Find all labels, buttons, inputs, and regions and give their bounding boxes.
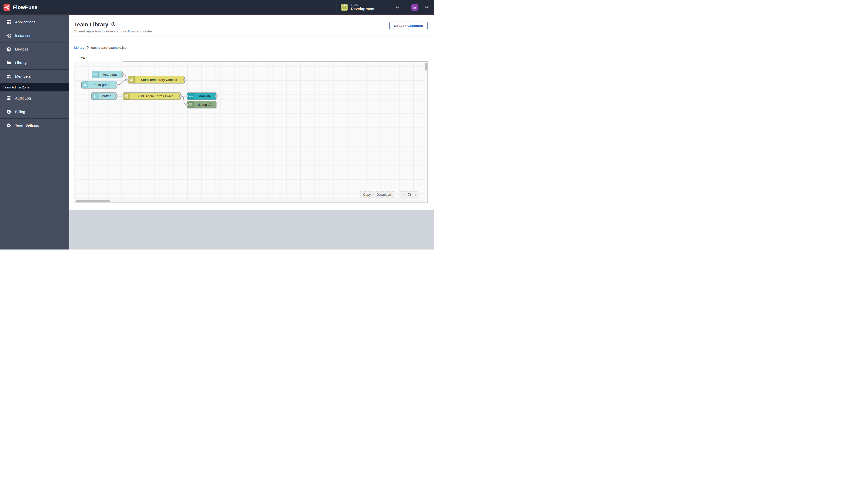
- breadcrumb-current-file: dashboard-example.json: [91, 46, 128, 49]
- team-settings-icon: [6, 123, 11, 128]
- app-root: FlowFuse TEAM: Development jp: [0, 0, 434, 250]
- canvas-vertical-scrollbar[interactable]: [424, 62, 427, 199]
- team-label: TEAM:: [351, 3, 374, 7]
- flow-node-store[interactable]: Store Temporary Context: [127, 76, 185, 83]
- team-admin-zone-label: Team Admin Zone: [0, 83, 69, 92]
- sidebar: Applications Instances Devices Library: [0, 15, 69, 250]
- chevron-down-icon: [396, 5, 399, 10]
- library-icon: [6, 60, 11, 65]
- tab-flow-1[interactable]: Flow 1: [74, 54, 123, 62]
- flow-wire-radio-group-to-store[interactable]: [117, 80, 127, 85]
- devices-icon: [6, 47, 11, 52]
- node-icon-region: [187, 101, 194, 108]
- hand-pointer-icon: [93, 94, 97, 98]
- copy-to-clipboard-button[interactable]: Copy to Clipboard: [389, 22, 428, 30]
- input-port-template[interactable]: [186, 95, 188, 97]
- output-port-store[interactable]: [183, 78, 186, 81]
- node-icon-region: [92, 93, 98, 99]
- flow-wires-layer: [74, 62, 427, 203]
- applications-icon: [6, 20, 11, 25]
- sidebar-item-instances[interactable]: Instances: [0, 29, 69, 42]
- user-menu[interactable]: jp: [405, 0, 434, 15]
- breadcrumb-chevron-icon: [87, 46, 89, 49]
- flow-node-radio-group[interactable]: </>radio-group: [82, 81, 117, 88]
- flow-node-debug[interactable]: debug 12: [187, 101, 216, 108]
- svg-text:$: $: [8, 110, 10, 113]
- audit-log-icon: [6, 96, 11, 101]
- zoom-out-button[interactable]: −: [400, 192, 406, 197]
- chevron-down-icon: [425, 5, 429, 10]
- sidebar-item-label: Instances: [15, 34, 31, 38]
- sidebar-item-team-settings[interactable]: Team Settings: [0, 119, 69, 132]
- zoom-reset-button[interactable]: [406, 192, 412, 197]
- shuffle-icon: [124, 94, 128, 98]
- canvas-copy-button[interactable]: Copy: [360, 192, 374, 197]
- flow-node-button[interactable]: button: [91, 93, 116, 100]
- sidebar-item-label: Applications: [15, 20, 35, 24]
- instances-icon: [6, 33, 11, 38]
- input-port-build[interactable]: [122, 95, 124, 97]
- breadcrumb: Library dashboard-example.json: [74, 46, 428, 50]
- code-icon: </>: [189, 95, 193, 98]
- flow-node-build[interactable]: Build Single Form Object: [123, 93, 181, 100]
- sidebar-item-label: Audit Log: [15, 96, 31, 100]
- flow-node-label: debug 12: [194, 101, 215, 108]
- team-name: Development: [351, 7, 374, 11]
- output-port-button[interactable]: [115, 95, 118, 97]
- page-header: Team Library Shared repository to store …: [69, 15, 434, 36]
- brand-name: FlowFuse: [13, 4, 37, 10]
- flowfuse-logo-icon: [3, 4, 10, 11]
- info-icon[interactable]: [111, 22, 115, 27]
- output-port-build[interactable]: [179, 95, 182, 97]
- team-avatar: [341, 4, 348, 11]
- canvas-horizontal-scrollbar[interactable]: [74, 199, 424, 203]
- sidebar-item-label: Billing: [15, 110, 25, 114]
- node-icon-region: [123, 93, 130, 99]
- breadcrumb-library-link[interactable]: Library: [74, 46, 84, 49]
- output-port-template[interactable]: [215, 95, 218, 97]
- node-icon-region: [128, 76, 135, 83]
- debug-list-icon: [189, 103, 193, 107]
- node-icon-region: </>: [187, 93, 194, 99]
- canvas-controls: Copy Download − +: [360, 192, 419, 197]
- team-text: TEAM: Development: [351, 3, 374, 11]
- flow-canvas[interactable]: Copy Download − + abctext-input</>radio-…: [74, 61, 428, 203]
- sidebar-item-applications[interactable]: Applications: [0, 15, 69, 29]
- input-port-store[interactable]: [126, 78, 129, 81]
- library-content: Library dashboard-example.json Flow 1 Co…: [69, 36, 434, 210]
- sidebar-item-devices[interactable]: Devices: [0, 42, 69, 56]
- output-port-text-input[interactable]: [121, 73, 124, 76]
- sidebar-item-label: Devices: [15, 47, 28, 51]
- flow-node-label: Build Single Form Object: [130, 93, 179, 99]
- flow-node-template[interactable]: </>template: [187, 93, 216, 100]
- brand[interactable]: FlowFuse: [0, 0, 37, 15]
- flow-node-label: Store Temporary Context: [135, 76, 183, 83]
- abc-icon: abc: [93, 73, 97, 76]
- zoom-reset-icon: [408, 193, 411, 196]
- page-footer-area: [69, 210, 434, 250]
- sidebar-item-library[interactable]: Library: [0, 56, 69, 70]
- sidebar-item-label: Members: [15, 74, 31, 78]
- canvas-download-button[interactable]: Download: [373, 192, 394, 197]
- zoom-in-button[interactable]: +: [412, 192, 419, 197]
- team-selector[interactable]: TEAM: Development: [337, 0, 405, 15]
- vertical-scroll-thumb[interactable]: [425, 63, 427, 71]
- navbar-right: TEAM: Development jp: [337, 0, 434, 15]
- node-icon-region: </>: [82, 82, 88, 88]
- sidebar-item-members[interactable]: Members: [0, 70, 69, 83]
- sidebar-item-label: Team Settings: [15, 123, 39, 127]
- input-port-debug[interactable]: [186, 104, 188, 106]
- sidebar-item-billing[interactable]: $ Billing: [0, 105, 69, 119]
- horizontal-scroll-thumb[interactable]: [76, 200, 110, 202]
- flow-node-label: radio-group: [88, 82, 115, 88]
- shuffle-icon: [129, 78, 133, 82]
- flow-node-text-input[interactable]: abctext-input: [92, 71, 123, 78]
- main-area: Team Library Shared repository to store …: [69, 15, 434, 250]
- sidebar-item-audit-log[interactable]: Audit Log: [0, 92, 69, 105]
- members-icon: [6, 74, 11, 79]
- output-port-radio-group[interactable]: [115, 84, 118, 86]
- node-icon-region: abc: [92, 71, 99, 78]
- top-navbar: FlowFuse TEAM: Development jp: [0, 0, 434, 15]
- page-subtitle: Shared repository to store common flows …: [74, 29, 428, 33]
- billing-icon: $: [6, 109, 11, 114]
